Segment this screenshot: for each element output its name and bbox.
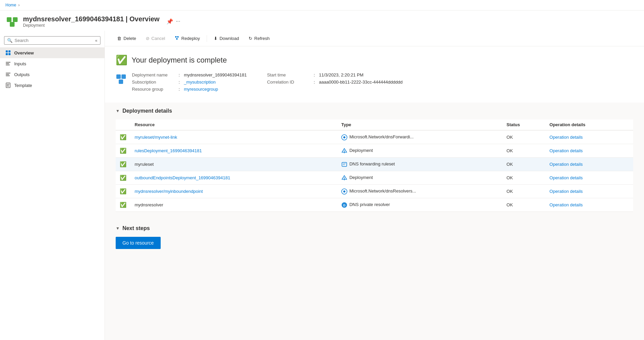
row-status: OK [503, 144, 546, 158]
info-block-right: Start time : 11/3/2023, 2:20:21 PM Corre… [267, 72, 402, 92]
deployment-table: Resource Type Status Operation details ✅… [116, 119, 633, 212]
row-resource: mydnsresolver/myinboundendpoint [131, 185, 337, 198]
col-operation-header: Operation details [546, 119, 633, 130]
svg-rect-12 [6, 75, 10, 76]
resource-group-link[interactable]: myresourcegroup [184, 87, 218, 92]
sidebar-item-outputs[interactable]: Outputs [0, 69, 105, 80]
svg-rect-11 [6, 74, 9, 75]
row-resource: rulesDeployment_1699046394181 [131, 144, 337, 158]
redeploy-button[interactable]: Redeploy [170, 33, 204, 43]
type-icon [341, 148, 347, 154]
row-resource: myruleset [131, 158, 337, 171]
operation-details-link[interactable]: Operation details [550, 189, 583, 194]
pin-icon[interactable]: 📌 [166, 18, 173, 25]
check-icon: ✅ [120, 148, 127, 154]
breadcrumb-home[interactable]: Home [5, 3, 16, 7]
type-label: DNS private resolver [349, 202, 390, 207]
row-status: OK [503, 185, 546, 198]
svg-rect-26 [342, 162, 347, 166]
more-options-icon[interactable]: ··· [176, 18, 180, 24]
go-to-resource-button[interactable]: Go to resource [116, 237, 161, 249]
check-icon: ✅ [120, 202, 127, 208]
collapse-sidebar-button[interactable]: « [95, 38, 97, 43]
svg-rect-8 [6, 63, 9, 64]
row-resource: mydnsresolver [131, 198, 337, 212]
next-steps-section: ▼ Next steps Go to resource [105, 217, 644, 257]
resource-group-label: Resource group [132, 87, 176, 92]
row-type: DDNS private resolver [337, 198, 503, 212]
svg-rect-22 [119, 80, 123, 84]
outputs-icon [5, 72, 11, 77]
page-header: mydnsresolver_1699046394181 | Overview D… [0, 10, 644, 31]
check-icon: ✅ [120, 161, 127, 167]
type-label: DNS forwarding ruleset [349, 161, 395, 166]
inputs-icon [5, 61, 11, 66]
table-row: ✅ myruleset/myvnet-link Microsoft.Networ… [116, 130, 633, 144]
delete-icon: 🗑 [117, 36, 121, 41]
toolbar-separator [207, 35, 207, 42]
download-button[interactable]: ⬇ Download [210, 34, 243, 43]
deployment-info: Deployment name : mydnsresolver_16990463… [132, 72, 402, 92]
type-icon [341, 188, 347, 195]
sidebar-item-inputs-label: Inputs [14, 61, 26, 66]
sidebar-item-overview[interactable]: Overview [0, 47, 105, 58]
row-status-icon: ✅ [116, 158, 131, 171]
row-status: OK [503, 171, 546, 185]
cancel-button[interactable]: ⊘ Cancel [142, 34, 169, 43]
breadcrumb-separator: › [18, 3, 20, 7]
subscription-row: Subscription : _mysubscription [132, 80, 247, 85]
resource-link[interactable]: mydnsresolver/myinboundendpoint [135, 189, 203, 194]
svg-rect-19 [176, 38, 178, 40]
svg-point-24 [343, 136, 345, 138]
sidebar-item-outputs-label: Outputs [14, 72, 30, 77]
col-status-header: Status [503, 119, 546, 130]
svg-rect-4 [8, 50, 10, 52]
delete-button[interactable]: 🗑 Delete [113, 34, 140, 43]
type-label: Microsoft.Network/dnsResolvers... [349, 188, 416, 194]
svg-rect-21 [121, 74, 126, 79]
svg-rect-5 [6, 53, 8, 55]
col-status-icon [116, 119, 131, 130]
refresh-button[interactable]: ↻ Refresh [245, 34, 274, 43]
next-steps-header[interactable]: ▼ Next steps [116, 225, 633, 231]
svg-rect-14 [7, 84, 9, 85]
sidebar-item-inputs[interactable]: Inputs [0, 58, 105, 69]
deployment-details-header[interactable]: ▼ Deployment details [116, 108, 633, 114]
row-operation-details: Operation details [546, 185, 633, 198]
subscription-link[interactable]: _mysubscription [184, 80, 216, 85]
table-row: ✅ mydnsresolver/myinboundendpoint Micros… [116, 185, 633, 198]
start-time-value: 11/3/2023, 2:20:21 PM [319, 72, 364, 77]
sidebar-item-template-label: Template [14, 83, 32, 88]
svg-rect-18 [177, 36, 179, 38]
info-block-left: Deployment name : mydnsresolver_16990463… [132, 72, 247, 92]
resource-link[interactable]: rulesDeployment_1699046394181 [135, 148, 202, 153]
operation-details-link[interactable]: Operation details [550, 202, 583, 207]
operation-details-link[interactable]: Operation details [550, 148, 583, 153]
row-status-icon: ✅ [116, 185, 131, 198]
sidebar-item-template[interactable]: Template [0, 80, 105, 91]
row-status-icon: ✅ [116, 198, 131, 212]
content-area: 🗑 Delete ⊘ Cancel Redeploy ⬇ Download [105, 31, 644, 340]
search-box[interactable]: 🔍 « [4, 36, 100, 45]
type-label: Deployment [349, 148, 373, 153]
chevron-down-icon: ▼ [116, 109, 120, 113]
resource-name: myruleset [135, 162, 154, 167]
resource-link[interactable]: myruleset/myvnet-link [135, 135, 177, 140]
row-operation-details: Operation details [546, 130, 633, 144]
row-status-icon: ✅ [116, 171, 131, 185]
search-input[interactable] [15, 38, 93, 43]
operation-details-link[interactable]: Operation details [550, 135, 583, 140]
resource-link[interactable]: outboundEndpointsDeployment_169904639418… [135, 175, 230, 180]
row-status-icon: ✅ [116, 144, 131, 158]
operation-details-link[interactable]: Operation details [550, 162, 583, 167]
resource-group-row: Resource group : myresourcegroup [132, 87, 247, 92]
page-title: mydnsresolver_1699046394181 | Overview [23, 15, 160, 23]
operation-details-link[interactable]: Operation details [550, 175, 583, 180]
app-shell: Home › mydnsresolver_1699046394181 | Ove… [0, 0, 644, 340]
row-status: OK [503, 198, 546, 212]
table-row: ✅ mydnsresolver DDNS private resolver OK… [116, 198, 633, 212]
page-title-block: mydnsresolver_1699046394181 | Overview D… [23, 15, 160, 28]
deployment-name-label: Deployment name [132, 72, 176, 77]
row-type: Microsoft.Network/dnsResolvers... [337, 185, 503, 198]
check-icon: ✅ [120, 134, 127, 140]
